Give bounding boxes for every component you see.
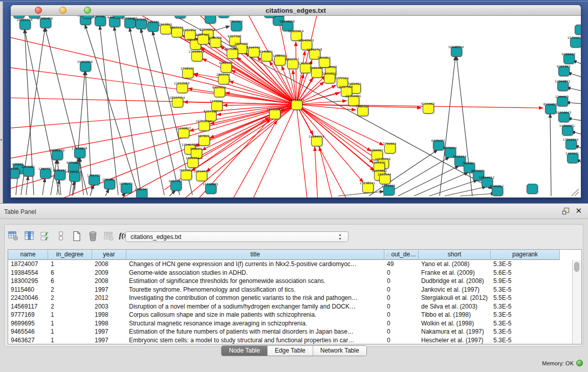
graph-node[interactable]: [23, 166, 34, 177]
close-panel-icon[interactable]: ✕: [575, 207, 582, 215]
graph-node[interactable]: [109, 17, 120, 27]
table-cell[interactable]: Franke et al. (2009): [419, 269, 491, 277]
column-header-short[interactable]: short: [419, 250, 491, 260]
graph-node[interactable]: [311, 136, 322, 146]
table-cell[interactable]: 1: [48, 311, 92, 319]
graph-node[interactable]: [558, 66, 570, 76]
graph-node[interactable]: [121, 183, 132, 193]
graph-node[interactable]: [187, 158, 199, 168]
graph-node[interactable]: [175, 16, 186, 18]
graph-node[interactable]: [182, 68, 193, 78]
table-cell[interactable]: 0: [384, 286, 419, 294]
graph-node[interactable]: [171, 27, 183, 37]
graph-node[interactable]: [177, 83, 188, 93]
table-cell[interactable]: 5.9E-5: [491, 277, 560, 286]
table-cell[interactable]: Estimation of significance thresholds fo…: [126, 277, 384, 286]
graph-node[interactable]: [191, 51, 203, 61]
graph-node[interactable]: [557, 81, 569, 91]
collapse-handle-icon[interactable]: ◂: [0, 138, 2, 141]
graph-node[interactable]: [184, 30, 195, 40]
window-titlebar[interactable]: citations_edges.txt: [11, 5, 581, 16]
column-header-pagerank[interactable]: pagerank: [491, 250, 560, 260]
graph-node[interactable]: [492, 186, 503, 196]
table-vertical-scrollbar[interactable]: [572, 260, 581, 344]
graph-node[interactable]: [221, 62, 232, 73]
graph-node[interactable]: [52, 150, 63, 160]
graph-node[interactable]: [136, 19, 147, 29]
table-cell[interactable]: 6: [48, 269, 92, 277]
new-table-icon[interactable]: [71, 230, 82, 242]
graph-edge[interactable]: [231, 120, 277, 198]
graph-edge[interactable]: [85, 71, 92, 190]
graph-edge[interactable]: [456, 56, 472, 196]
table-cell[interactable]: 2008: [92, 277, 126, 286]
graph-node[interactable]: [482, 177, 493, 187]
delete-table-icon[interactable]: [87, 230, 98, 242]
graph-node[interactable]: [54, 170, 66, 180]
graph-edge[interactable]: [440, 56, 455, 196]
table-cell[interactable]: 5.3E-5: [491, 336, 560, 344]
graph-node[interactable]: [311, 68, 322, 78]
table-cell[interactable]: 1998: [92, 319, 126, 328]
table-cell[interactable]: 49: [384, 260, 419, 269]
graph-node[interactable]: [567, 153, 578, 163]
graph-node[interactable]: [565, 139, 577, 149]
table-cell[interactable]: 2: [48, 294, 92, 302]
table-cell[interactable]: 9465546: [8, 327, 48, 336]
table-cell[interactable]: Tibbo et al. (1998): [419, 311, 491, 319]
graph-node[interactable]: [433, 140, 444, 150]
graph-node[interactable]: [227, 49, 238, 59]
graph-edge[interactable]: [550, 114, 551, 196]
graph-node[interactable]: [301, 40, 312, 50]
graph-node[interactable]: [264, 16, 275, 18]
graph-edge[interactable]: [566, 102, 581, 104]
table-cell[interactable]: 2: [48, 302, 92, 311]
graph-node[interactable]: [40, 18, 51, 28]
table-cell[interactable]: 0: [384, 269, 419, 277]
graph-node[interactable]: [172, 97, 183, 107]
float-window-icon[interactable]: [562, 207, 570, 215]
table-cell[interactable]: 2008: [92, 260, 126, 269]
scrollbar-thumb[interactable]: [574, 262, 579, 272]
table-cell[interactable]: Embryonic stem cells: a model to study s…: [126, 336, 384, 344]
graph-node[interactable]: [11, 168, 19, 179]
graph-node[interactable]: [383, 185, 395, 195]
graph-node[interactable]: [269, 109, 280, 119]
graph-edge[interactable]: [193, 75, 296, 104]
table-cell[interactable]: 0: [384, 294, 419, 302]
table-cell[interactable]: Tourette syndrome. Phenomenology and cla…: [126, 286, 384, 294]
table-row[interactable]: 1830029562008Estimation of significance …: [8, 277, 572, 286]
table-row[interactable]: 1456911722003Disruption of a novel membe…: [8, 302, 572, 311]
graph-edge[interactable]: [315, 147, 318, 198]
table-cell[interactable]: Wolkin et al. (1998): [419, 319, 491, 328]
row-checks-icon[interactable]: [39, 230, 51, 242]
graph-node[interactable]: [199, 136, 210, 146]
table-cell[interactable]: 1998: [92, 311, 126, 319]
table-cell[interactable]: 0: [384, 319, 419, 328]
graph-edge[interactable]: [26, 176, 28, 195]
resize-grip-icon[interactable]: [572, 189, 579, 196]
graph-node[interactable]: [558, 112, 570, 122]
table-cell[interactable]: 9699695: [8, 319, 48, 328]
table-cell[interactable]: 2003: [92, 302, 126, 311]
table-cell[interactable]: 0: [384, 336, 419, 344]
graph-node[interactable]: [160, 24, 171, 34]
table-row[interactable]: 946554611997Estimation of the future num…: [8, 327, 572, 336]
graph-edge[interactable]: [296, 42, 296, 104]
graph-node[interactable]: [231, 21, 242, 31]
table-cell[interactable]: 0: [384, 277, 419, 286]
table-row[interactable]: 1872400712008Changes of HCN gene express…: [8, 260, 572, 269]
column-header-name[interactable]: name: [8, 250, 48, 260]
graph-node[interactable]: [309, 49, 320, 59]
graph-edge[interactable]: [85, 25, 139, 195]
graph-node[interactable]: [205, 184, 216, 194]
table-row[interactable]: 969969511998Structural magnetic resonanc…: [8, 319, 572, 328]
graph-node[interactable]: [40, 168, 51, 179]
graph-node[interactable]: [198, 34, 209, 45]
graph-edge[interactable]: [100, 26, 118, 195]
tab-node-table[interactable]: Node Table: [222, 346, 268, 356]
table-row[interactable]: 911546021997Tourette syndrome. Phenomeno…: [8, 286, 572, 294]
graph-edge[interactable]: [296, 104, 543, 108]
graph-node[interactable]: [218, 74, 229, 84]
table-selector-dropdown[interactable]: citations_edges.txt ▲▼: [125, 231, 349, 242]
